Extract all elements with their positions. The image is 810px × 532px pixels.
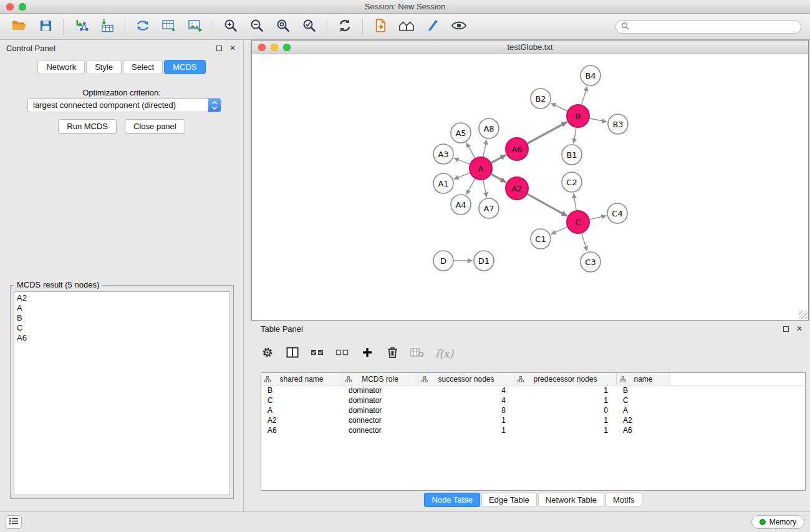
edge-A-A3[interactable] bbox=[454, 158, 470, 164]
zoom-out-button[interactable] bbox=[244, 16, 270, 37]
apply-style-button[interactable] bbox=[420, 16, 446, 37]
zoom-fit-button[interactable] bbox=[270, 16, 296, 37]
add-column-button[interactable] bbox=[360, 346, 374, 362]
edge-B-B2[interactable] bbox=[551, 104, 567, 111]
edge-A-A4[interactable] bbox=[466, 179, 475, 195]
tab-node-table[interactable]: Node Table bbox=[424, 493, 480, 507]
function-builder-button[interactable]: f(x) bbox=[435, 346, 453, 362]
search-input[interactable] bbox=[632, 22, 796, 31]
tab-edge-table[interactable]: Edge Table bbox=[481, 493, 537, 507]
node-C[interactable]: C bbox=[567, 211, 589, 233]
result-item-a6[interactable]: A6 bbox=[17, 333, 229, 343]
node-A2[interactable]: A2 bbox=[506, 177, 528, 200]
node-B3[interactable]: B3 bbox=[608, 114, 628, 134]
close-window-button[interactable] bbox=[6, 3, 14, 11]
table-row[interactable]: Bdominator41B bbox=[261, 385, 805, 395]
edge-A-A8[interactable] bbox=[483, 140, 487, 157]
zoom-in-button[interactable] bbox=[218, 16, 244, 37]
result-item-c[interactable]: C bbox=[17, 323, 229, 333]
edge-B-B1[interactable] bbox=[574, 128, 576, 143]
result-item-a2[interactable]: A2 bbox=[17, 293, 229, 303]
delete-column-button[interactable] bbox=[385, 346, 399, 362]
node-D1[interactable]: D1 bbox=[474, 251, 494, 271]
edge-C-C1[interactable] bbox=[551, 227, 567, 235]
node-C4[interactable]: C4 bbox=[607, 203, 627, 223]
node-A7[interactable]: A7 bbox=[479, 198, 499, 218]
edge-A-A7[interactable] bbox=[483, 180, 487, 198]
show-panels-button[interactable] bbox=[393, 16, 420, 37]
apply-layout-button[interactable] bbox=[332, 16, 358, 37]
table-row[interactable]: A6connector11A6 bbox=[261, 425, 805, 435]
column-header-successor-nodes[interactable]: successor nodes bbox=[418, 373, 514, 385]
import-table-button[interactable] bbox=[94, 16, 120, 37]
edge-C-C2[interactable] bbox=[574, 193, 576, 210]
column-header-predecessor-nodes[interactable]: predecessor nodes bbox=[514, 373, 617, 385]
edge-C-C3[interactable] bbox=[582, 233, 587, 251]
table-settings-button[interactable] bbox=[261, 346, 274, 362]
node-D[interactable]: D bbox=[433, 251, 453, 271]
criterion-dropdown[interactable]: largest connected component (directed) bbox=[27, 98, 221, 112]
column-header-name[interactable]: name bbox=[617, 373, 670, 385]
network-canvas[interactable]: B4B2BB3B1A5A8A6A3AA1A4A7A2C2C4CC1C3DD1 bbox=[252, 54, 808, 320]
table-row[interactable]: Adominator80A bbox=[261, 405, 805, 415]
node-A3[interactable]: A3 bbox=[433, 144, 453, 164]
table-row[interactable]: A2connector11A2 bbox=[261, 415, 805, 425]
new-table-button[interactable] bbox=[156, 16, 182, 37]
deselect-all-button[interactable] bbox=[335, 346, 349, 362]
node-C1[interactable]: C1 bbox=[531, 229, 551, 249]
node-C3[interactable]: C3 bbox=[581, 252, 600, 272]
run-mcds-button[interactable]: Run MCDS bbox=[58, 119, 117, 133]
mcds-result-list[interactable]: A2ABCA6 bbox=[14, 291, 230, 495]
edge-A6-B[interactable] bbox=[528, 122, 567, 144]
edge-A-A6[interactable] bbox=[491, 155, 506, 163]
node-A8[interactable]: A8 bbox=[479, 118, 499, 138]
zoom-window-button[interactable] bbox=[19, 3, 26, 11]
node-A4[interactable]: A4 bbox=[451, 195, 471, 215]
close-panel-icon[interactable]: ✕ bbox=[228, 44, 237, 52]
network-zoom-button[interactable] bbox=[283, 44, 291, 51]
network-close-button[interactable] bbox=[258, 44, 266, 51]
node-A6[interactable]: A6 bbox=[506, 138, 528, 160]
float-table-panel-icon[interactable] bbox=[781, 324, 790, 333]
node-A[interactable]: A bbox=[470, 157, 492, 180]
close-table-panel-icon[interactable]: ✕ bbox=[795, 324, 804, 333]
node-B[interactable]: B bbox=[567, 105, 589, 127]
node-B2[interactable]: B2 bbox=[531, 89, 551, 109]
import-network-button[interactable] bbox=[68, 16, 94, 37]
zoom-selected-button[interactable] bbox=[296, 16, 322, 37]
node-A1[interactable]: A1 bbox=[433, 173, 453, 193]
edge-A2-C[interactable] bbox=[528, 194, 567, 216]
show-columns-button[interactable] bbox=[286, 346, 299, 362]
edge-A-A5[interactable] bbox=[466, 143, 475, 158]
network-graph[interactable]: B4B2BB3B1A5A8A6A3AA1A4A7A2C2C4CC1C3DD1 bbox=[252, 54, 808, 320]
session-document-button[interactable] bbox=[367, 16, 393, 37]
table-row[interactable]: Cdominator41C bbox=[261, 395, 805, 405]
column-header-MCDS-role[interactable]: MCDS role bbox=[342, 373, 418, 385]
tab-network[interactable]: Network bbox=[37, 60, 85, 74]
select-all-button[interactable] bbox=[311, 346, 324, 362]
edge-B-B3[interactable] bbox=[590, 118, 607, 122]
edge-A-A2[interactable] bbox=[491, 174, 506, 182]
resize-grip[interactable] bbox=[799, 311, 808, 319]
delete-table-button[interactable] bbox=[410, 346, 424, 362]
memory-button[interactable]: Memory bbox=[751, 515, 804, 529]
edge-A-A1[interactable] bbox=[454, 173, 470, 179]
tab-select[interactable]: Select bbox=[123, 60, 163, 74]
column-header-shared-name[interactable]: shared name bbox=[261, 373, 342, 385]
tab-network-table[interactable]: Network Table bbox=[538, 493, 604, 507]
network-minimize-button[interactable] bbox=[271, 44, 278, 51]
node-B4[interactable]: B4 bbox=[581, 65, 600, 85]
open-session-button[interactable] bbox=[6, 16, 32, 37]
node-B1[interactable]: B1 bbox=[562, 145, 582, 165]
save-session-button[interactable] bbox=[32, 16, 59, 37]
network-window-titlebar[interactable]: testGlobe.txt bbox=[252, 41, 808, 54]
export-image-button[interactable] bbox=[182, 16, 208, 37]
result-item-a[interactable]: A bbox=[17, 303, 229, 313]
tab-mcds[interactable]: MCDS bbox=[164, 60, 205, 74]
edge-B-B4[interactable] bbox=[582, 86, 587, 105]
task-history-button[interactable] bbox=[6, 515, 22, 529]
new-network-button[interactable] bbox=[130, 16, 156, 37]
edge-C-C4[interactable] bbox=[590, 216, 607, 220]
toggle-view-button[interactable] bbox=[446, 16, 472, 37]
node-A5[interactable]: A5 bbox=[451, 123, 471, 143]
